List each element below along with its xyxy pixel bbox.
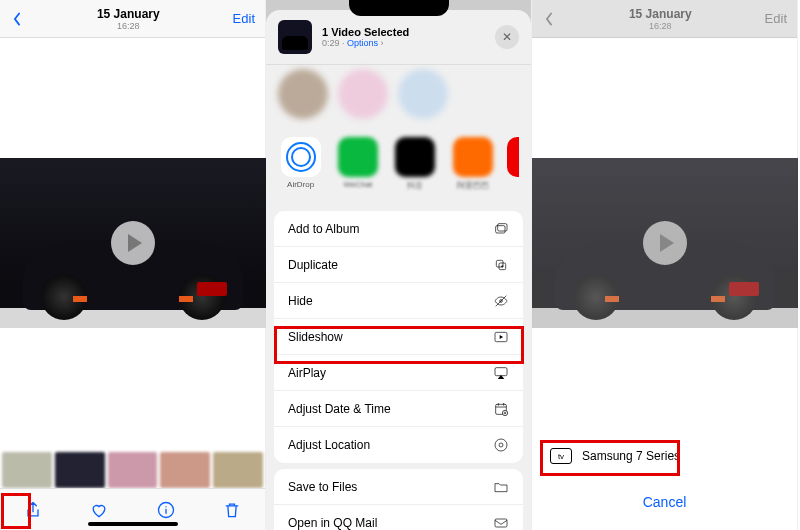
wechat-icon (338, 137, 378, 177)
back-button[interactable] (542, 12, 556, 26)
tv-icon: tv (550, 448, 572, 464)
alibaba-icon (453, 137, 493, 177)
album-icon (493, 221, 509, 237)
back-button[interactable] (10, 12, 24, 26)
airplay-picker-screen: 15 January 16:28 Edit tv Samsung 7 Serie… (532, 0, 798, 530)
tiktok-icon (395, 137, 435, 177)
photos-detail-screen: 15 January 16:28 Edit (0, 0, 266, 530)
play-icon (128, 234, 142, 252)
nav-title: 15 January 16:28 (97, 7, 160, 31)
close-button[interactable]: ✕ (495, 25, 519, 49)
calendar-icon (493, 401, 509, 417)
mail-icon (493, 515, 509, 530)
tiktok-app[interactable]: 抖音 (393, 137, 438, 191)
chevron-left-icon (10, 12, 24, 26)
action-add-to-album[interactable]: Add to Album (274, 211, 523, 247)
share-sheet-screen: 1 Video Selected 0:29 · Options › ✕ AirD… (266, 0, 532, 530)
info-icon (156, 500, 176, 520)
play-icon (660, 234, 674, 252)
contact-avatar[interactable] (338, 69, 388, 119)
options-link[interactable]: Options (347, 38, 378, 48)
airdrop-icon (281, 137, 321, 177)
action-hide[interactable]: Hide (274, 283, 523, 319)
action-list-2: Save to Files Open in QQ Mail (274, 469, 523, 530)
svg-rect-2 (498, 223, 507, 230)
app-label: AirDrop (278, 180, 323, 189)
chevron-left-icon (542, 12, 556, 26)
duplicate-icon (493, 257, 509, 273)
action-adjust-date[interactable]: Adjust Date & Time (274, 391, 523, 427)
thumbnail[interactable] (2, 452, 52, 488)
share-sheet: 1 Video Selected 0:29 · Options › ✕ AirD… (266, 10, 531, 530)
notch (349, 0, 449, 16)
svg-rect-1 (496, 225, 505, 232)
action-slideshow[interactable]: Slideshow (274, 319, 523, 355)
trash-icon (222, 500, 242, 520)
video-duration: 0:29 (322, 38, 340, 48)
nav-bar: 15 January 16:28 Edit (532, 0, 797, 38)
app-row: AirDrop WeChat 抖音 阿里巴巴 (266, 131, 531, 205)
delete-button[interactable] (222, 500, 242, 520)
sheet-header: 1 Video Selected 0:29 · Options › ✕ (266, 10, 531, 65)
action-save-files[interactable]: Save to Files (274, 469, 523, 505)
svg-point-11 (499, 443, 503, 447)
edit-button[interactable]: Edit (233, 11, 255, 26)
slideshow-icon (493, 329, 509, 345)
contact-avatar[interactable] (398, 69, 448, 119)
thumbnail[interactable] (160, 452, 210, 488)
share-button[interactable] (23, 500, 43, 520)
nav-title: 15 January 16:28 (629, 7, 692, 31)
edit-button: Edit (765, 11, 787, 26)
nav-time: 16:28 (97, 21, 160, 31)
airplay-icon (493, 365, 509, 381)
favorite-button[interactable] (89, 500, 109, 520)
home-indicator[interactable] (88, 522, 178, 526)
selection-count: 1 Video Selected (322, 26, 409, 38)
cancel-button[interactable]: Cancel (538, 482, 791, 522)
contact-avatar[interactable] (278, 69, 328, 119)
alibaba-app[interactable]: 阿里巴巴 (450, 137, 495, 191)
airplay-device-row[interactable]: tv Samsung 7 Series (538, 436, 791, 476)
svg-rect-7 (495, 367, 507, 375)
thumbnail[interactable] (108, 452, 158, 488)
play-button (643, 221, 687, 265)
thumbnail[interactable] (213, 452, 263, 488)
device-name: Samsung 7 Series (582, 449, 680, 463)
location-icon (493, 437, 509, 453)
close-icon: ✕ (502, 30, 512, 44)
action-list: Add to Album Duplicate Hide Slideshow Ai… (274, 211, 523, 463)
nav-time: 16:28 (629, 21, 692, 31)
hide-icon (493, 293, 509, 309)
folder-icon (493, 479, 509, 495)
play-button[interactable] (111, 221, 155, 265)
thumbnail-strip[interactable] (0, 452, 265, 488)
video-preview (532, 158, 798, 328)
nav-date: 15 January (97, 7, 160, 21)
contact-suggestions (266, 65, 531, 131)
video-preview[interactable] (0, 158, 266, 328)
thumbnail[interactable] (55, 452, 105, 488)
action-qq-mail[interactable]: Open in QQ Mail (274, 505, 523, 530)
sheet-thumbnail (278, 20, 312, 54)
heart-icon (89, 500, 109, 520)
action-duplicate[interactable]: Duplicate (274, 247, 523, 283)
info-button[interactable] (156, 500, 176, 520)
more-apps[interactable] (507, 137, 519, 177)
action-adjust-location[interactable]: Adjust Location (274, 427, 523, 463)
wechat-app[interactable]: WeChat (335, 137, 380, 189)
nav-date: 15 January (629, 7, 692, 21)
share-icon (23, 500, 43, 520)
nav-bar: 15 January 16:28 Edit (0, 0, 265, 38)
airplay-device-sheet: tv Samsung 7 Series Cancel (538, 436, 791, 522)
action-airplay[interactable]: AirPlay (274, 355, 523, 391)
svg-rect-12 (495, 519, 507, 527)
airdrop-app[interactable]: AirDrop (278, 137, 323, 189)
svg-point-10 (495, 439, 507, 451)
